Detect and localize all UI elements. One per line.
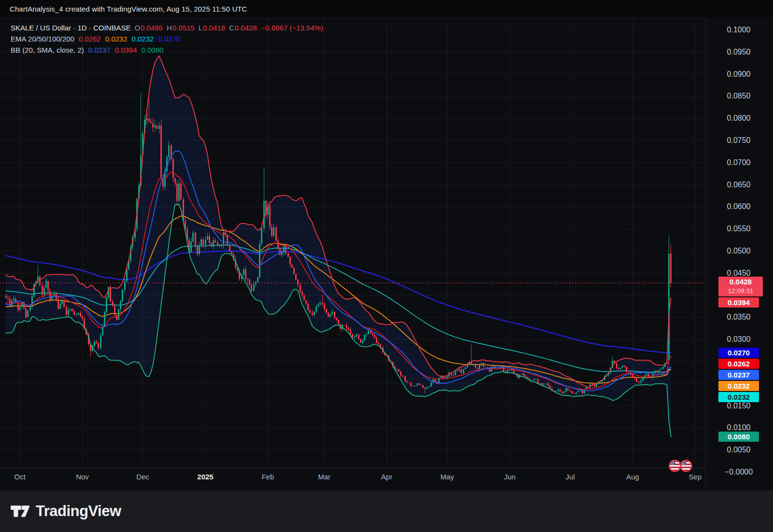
price-axis-label: 0.0900 (718, 70, 759, 79)
symbol-title[interactable]: SKALE / US Dollar · 1D · COINBASE (11, 24, 130, 32)
price-badge: 0.0232 (718, 381, 759, 391)
time-axis-label: Feb (261, 473, 274, 481)
price-badge: 0.0270 (718, 348, 759, 358)
ema-value: 0.0232 (132, 35, 154, 43)
price-axis-label: 0.0050 (718, 446, 759, 454)
price-badge: 0.0232 (718, 392, 759, 402)
ohlc-value: 0.0418 (203, 24, 225, 32)
legend-bb-row[interactable]: BB (20, SMA, close, 2)0.02370.03940.0080 (11, 44, 323, 56)
us-flag-event-icons[interactable] (667, 458, 695, 474)
us-flag-icon (669, 460, 681, 472)
tradingview-logo-icon (11, 504, 30, 519)
time-axis-label: 2025 (197, 473, 213, 481)
time-axis-label: Apr (381, 473, 392, 481)
ohlc-prefix: C (229, 24, 234, 32)
ohlc-prefix: H (167, 24, 172, 32)
time-axis-label: Jul (566, 473, 575, 481)
price-badge: 0.0394 (718, 297, 759, 308)
bb-value: 0.0237 (88, 46, 111, 54)
bb-indicator-label[interactable]: BB (20, SMA, close, 2) (11, 46, 84, 54)
time-axis-label: Dec (136, 473, 149, 481)
price-axis-label: 0.0650 (718, 181, 759, 189)
price-axis-label: −0.0000 (718, 468, 759, 476)
ohlc-value: 0.0428 (235, 24, 257, 32)
ohlc-value: −0.0067 (−13.54%) (261, 24, 323, 32)
bar-countdown: 12:09:31 (718, 287, 763, 296)
price-axis[interactable]: 0.10000.09500.09000.08500.08000.07500.07… (705, 18, 773, 491)
last-price-value: 0.0428 (718, 277, 763, 287)
price-axis-label: 0.0950 (718, 48, 759, 56)
bb-value: 0.0080 (142, 46, 164, 54)
price-axis-label: 0.0500 (718, 247, 759, 255)
time-axis-label: Aug (626, 473, 639, 481)
legend-symbol-row[interactable]: SKALE / US Dollar · 1D · COINBASEO0.0495… (11, 22, 323, 33)
ema-value: 0.0232 (105, 35, 128, 43)
tradingview-logo[interactable]: TradingView (11, 503, 121, 520)
candlestick-chart[interactable] (0, 0, 773, 532)
ohlc-prefix: L (199, 24, 202, 32)
price-axis-label: 0.0700 (718, 158, 759, 167)
ema-indicator-label[interactable]: EMA 20/50/100/200 (11, 35, 74, 43)
price-axis-label: 0.1000 (718, 26, 759, 34)
ohlc-value: 0.0515 (172, 24, 195, 32)
price-axis-label: 0.0850 (718, 92, 759, 100)
price-badge: 0.0237 (718, 370, 759, 380)
last-price-badge: 0.042812:09:31 (718, 277, 763, 296)
price-axis-label: 0.0750 (718, 136, 759, 145)
price-axis-label: 0.0150 (718, 402, 759, 410)
ema-value: 0.0262 (79, 35, 101, 43)
time-axis-label: Jun (504, 473, 515, 481)
tradingview-chart-snapshot: ChartAnalysis_4 created with TradingView… (0, 0, 773, 532)
price-badge: 0.0080 (718, 432, 759, 442)
ema-value: 0.0270 (158, 35, 180, 43)
time-axis-label: Mar (318, 473, 330, 481)
chart-legend: SKALE / US Dollar · 1D · COINBASEO0.0495… (11, 22, 323, 56)
time-axis[interactable]: OctNovDec2025FebMarAprMayJunJulAugSep (0, 468, 705, 491)
time-axis-label: Oct (14, 473, 26, 481)
price-axis-label: 0.0350 (718, 313, 759, 322)
us-flag-icon (680, 460, 692, 472)
price-axis-label: 0.0100 (718, 423, 759, 432)
footer-bar: TradingView (0, 490, 773, 532)
legend-ema-row[interactable]: EMA 20/50/100/2000.02620.02320.02320.027… (11, 33, 323, 44)
time-axis-label: May (440, 473, 454, 481)
tradingview-wordmark: TradingView (36, 503, 121, 520)
price-axis-label: 0.0300 (718, 335, 759, 344)
price-badge: 0.0262 (718, 359, 759, 369)
time-axis-label: Nov (76, 473, 89, 481)
ohlc-prefix: O (134, 24, 140, 32)
price-axis-label: 0.0550 (718, 224, 759, 233)
price-axis-label: 0.0600 (718, 202, 759, 211)
ohlc-value: 0.0495 (141, 24, 163, 32)
bb-value: 0.0394 (115, 46, 137, 54)
price-axis-label: 0.0800 (718, 114, 759, 123)
